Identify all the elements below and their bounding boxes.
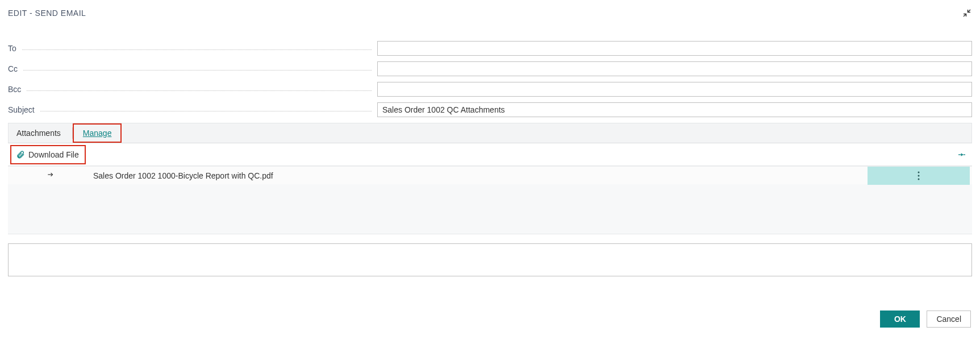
subject-label: Subject [8, 105, 377, 114]
attachments-toolbar: Download File [8, 143, 972, 166]
bcc-label: Bcc [8, 85, 377, 94]
dotted-leader [23, 70, 372, 71]
pin-icon[interactable] [957, 150, 970, 159]
bcc-input[interactable] [377, 82, 972, 97]
dotted-leader [22, 49, 372, 50]
ok-button[interactable]: OK [880, 311, 920, 328]
dialog-header: EDIT - SEND EMAIL [8, 8, 972, 18]
dialog-title: EDIT - SEND EMAIL [8, 9, 86, 18]
svg-point-4 [918, 175, 920, 176]
email-body-editor[interactable] [8, 243, 972, 276]
open-record-icon[interactable] [8, 171, 93, 180]
cc-row: Cc [8, 61, 972, 76]
svg-point-3 [918, 171, 920, 173]
attachments-list: Sales Order 1002 1000-Bicycle Report wit… [8, 166, 972, 234]
subject-row: Subject [8, 102, 972, 117]
dotted-leader [40, 111, 372, 111]
download-file-button[interactable]: Download File [10, 145, 86, 164]
collapse-icon[interactable] [962, 8, 972, 18]
to-input[interactable] [377, 41, 972, 56]
cc-label: Cc [8, 64, 377, 73]
to-label: To [8, 44, 377, 53]
cc-input[interactable] [377, 61, 972, 76]
subject-input[interactable] [377, 102, 972, 117]
manage-highlight: Manage [73, 123, 122, 143]
paperclip-icon [16, 150, 25, 159]
bcc-row: Bcc [8, 82, 972, 97]
file-name: Sales Order 1002 1000-Bicycle Report wit… [93, 171, 868, 180]
row-actions-button[interactable] [868, 167, 970, 185]
list-item[interactable]: Sales Order 1002 1000-Bicycle Report wit… [8, 166, 972, 184]
attachments-section-label: Attachments [16, 129, 72, 138]
attachments-bar: Attachments Manage [8, 123, 972, 143]
manage-link[interactable]: Manage [80, 126, 115, 140]
dialog-footer: OK Cancel [8, 311, 972, 328]
cancel-button[interactable]: Cancel [927, 311, 971, 328]
more-vertical-icon [918, 171, 920, 180]
download-file-label: Download File [28, 150, 79, 159]
svg-point-5 [918, 178, 920, 180]
to-row: To [8, 41, 972, 56]
dotted-leader [27, 90, 372, 91]
